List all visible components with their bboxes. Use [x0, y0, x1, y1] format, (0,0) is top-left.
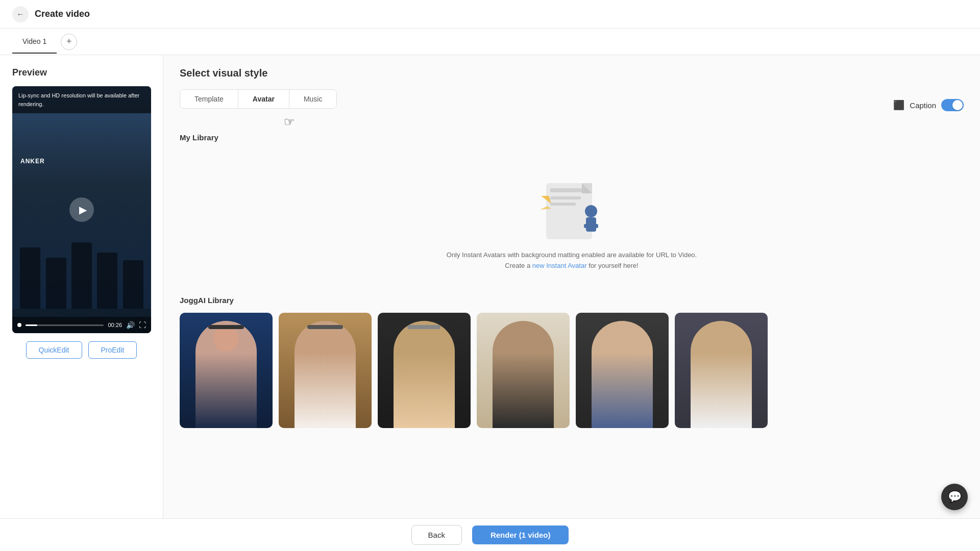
caption-toggle[interactable] [941, 99, 964, 111]
empty-illustration [531, 170, 612, 242]
volume-icon[interactable]: 🔊 [126, 321, 135, 329]
play-button[interactable]: ▶ [69, 197, 94, 222]
svg-rect-9 [591, 224, 598, 228]
new-instant-avatar-link[interactable]: new Instant Avatar [532, 262, 587, 269]
expand-icon[interactable]: ⛶ [139, 321, 146, 329]
my-library-title: My Library [180, 133, 964, 142]
tab-bar: Video 1 + [0, 29, 980, 55]
avatar-card[interactable] [180, 313, 273, 428]
quickedit-button[interactable]: QuickEdit [26, 341, 82, 359]
page-title: Create video [35, 9, 90, 19]
preview-title: Preview [12, 67, 151, 78]
tab-template[interactable]: Template [180, 90, 238, 108]
jogai-library-title: JoggAI Library [180, 296, 964, 305]
back-nav-button[interactable]: Back [411, 525, 462, 545]
avatar-card[interactable] [675, 313, 768, 428]
preview-panel: Preview Lip-sync and HD resolution will … [0, 55, 163, 518]
progress-dot [17, 323, 21, 327]
progress-fill [26, 324, 37, 326]
bottom-bar: Back Render (1 video) [0, 518, 980, 551]
video-controls: 00:26 🔊 ⛶ [12, 317, 151, 333]
video-time: 00:26 [108, 322, 122, 328]
back-button[interactable]: ← [12, 6, 29, 22]
avatar-card[interactable] [576, 313, 669, 428]
caption-control: ⬛ Caption [893, 99, 964, 111]
avatar-card[interactable] [279, 313, 372, 428]
avatar-card[interactable] [477, 313, 570, 428]
avatar-card[interactable] [378, 313, 471, 428]
render-button[interactable]: Render (1 video) [472, 525, 569, 544]
toggle-knob [952, 100, 963, 110]
proedit-button[interactable]: ProEdit [88, 341, 137, 359]
tab-music[interactable]: Music [289, 90, 337, 108]
caption-label: Caption [910, 101, 936, 110]
svg-rect-3 [550, 203, 576, 206]
caption-icon: ⬛ [893, 99, 904, 111]
add-tab-button[interactable]: + [61, 34, 77, 50]
avatar-grid [180, 313, 964, 428]
chat-icon: 💬 [948, 490, 962, 504]
progress-bar[interactable] [26, 324, 104, 326]
edit-buttons-group: QuickEdit ProEdit [12, 341, 151, 359]
svg-rect-8 [584, 224, 591, 228]
my-library-empty: Only Instant Avatars with background mat… [180, 150, 964, 292]
tab-video1[interactable]: Video 1 [12, 30, 57, 54]
back-icon: ← [16, 10, 24, 19]
select-visual-style-title: Select visual style [180, 67, 964, 79]
chat-button[interactable]: 💬 [941, 484, 968, 510]
video-preview: Lip-sync and HD resolution will be avail… [12, 86, 151, 333]
tab-avatar[interactable]: Avatar [238, 90, 289, 108]
video-brand-text: ANKER [20, 158, 45, 165]
svg-point-6 [585, 205, 597, 217]
visual-style-panel: Select visual style Template Avatar Musi… [163, 55, 980, 518]
empty-library-text: Only Instant Avatars with background mat… [447, 250, 697, 271]
svg-rect-2 [550, 196, 581, 199]
header: ← Create video [0, 0, 980, 29]
play-icon: ▶ [79, 204, 87, 216]
style-tabs: Template Avatar Music [180, 89, 337, 109]
main-content: Preview Lip-sync and HD resolution will … [0, 55, 980, 518]
video-overlay-text: Lip-sync and HD resolution will be avail… [12, 86, 151, 113]
